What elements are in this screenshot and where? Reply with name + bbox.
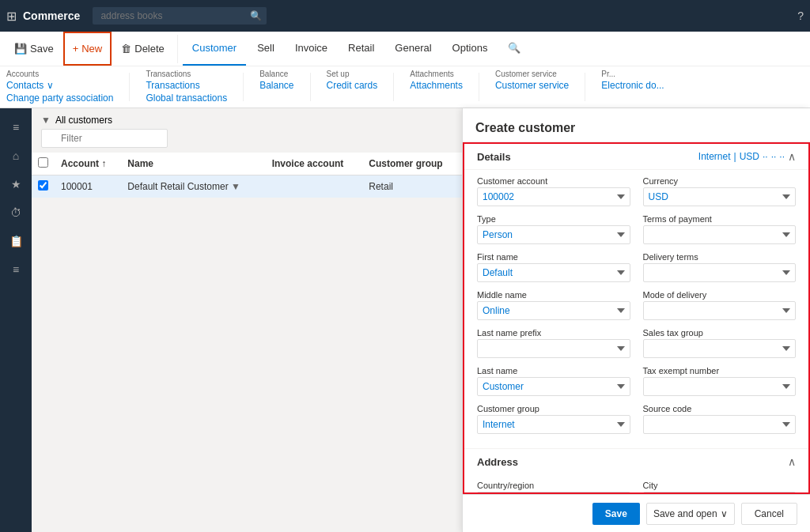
save-tab-button[interactable]: 💾 Save <box>6 32 62 66</box>
setup-group-label: Set up <box>327 70 350 78</box>
mode-delivery-label: Mode of delivery <box>643 290 797 300</box>
form-row-2: Type Person Terms of payment <box>477 214 796 244</box>
currency-field: Currency USD <box>643 176 797 206</box>
attachments-group-label: Attachments <box>410 70 454 78</box>
ribbon-group-transactions: Transactions Transactions Global transac… <box>146 70 227 104</box>
cancel-button[interactable]: Cancel <box>741 503 797 525</box>
help-icon[interactable]: ? <box>797 9 804 22</box>
type-select[interactable]: Person <box>477 225 630 244</box>
currency-select[interactable]: USD <box>643 187 797 206</box>
filter-input[interactable] <box>41 129 168 148</box>
list-title: All customers <box>55 115 112 126</box>
save-label: Save <box>30 43 54 55</box>
nav-hamburger-icon[interactable]: ≡ <box>3 115 28 140</box>
credit-cards-link[interactable]: Credit cards <box>327 80 378 91</box>
col-invoice-account[interactable]: Invoice account <box>266 153 363 175</box>
save-button[interactable]: Save <box>592 503 640 525</box>
global-transactions-link[interactable]: Global transactions <box>146 92 227 104</box>
meta-dots1: ·· <box>771 151 777 162</box>
currency-label: Currency <box>643 176 797 186</box>
tab-retail-label: Retail <box>348 42 374 54</box>
form-row-3: First name Default Delivery terms <box>477 252 796 282</box>
customer-account-field: Customer account 100002 <box>477 176 630 206</box>
col-customer-group[interactable]: Customer group <box>362 153 462 175</box>
balance-group-label: Balance <box>259 70 288 78</box>
middle-name-select[interactable]: Online <box>477 301 630 320</box>
transactions-link[interactable]: Transactions <box>146 80 227 91</box>
table-row[interactable]: 100001 Default Retail Customer ▼ Retail <box>32 175 462 198</box>
filter-wrapper: 🔍 <box>41 129 168 148</box>
terms-payment-select[interactable] <box>643 225 797 244</box>
tab-options[interactable]: Options <box>443 32 498 66</box>
ribbon-group-balance: Balance Balance <box>259 70 293 91</box>
tab-invoice-label: Invoice <box>295 42 327 54</box>
sales-tax-group-field: Sales tax group <box>643 328 797 358</box>
meta-sep1: | <box>734 151 736 162</box>
sales-tax-group-select[interactable] <box>643 339 797 358</box>
meta-internet: Internet <box>698 151 731 162</box>
delivery-terms-select[interactable] <box>643 263 797 282</box>
customer-account-select[interactable]: 100002 <box>477 187 630 206</box>
first-name-label: First name <box>477 252 630 262</box>
tab-sell[interactable]: Sell <box>248 32 284 66</box>
last-name-prefix-select[interactable] <box>477 339 630 358</box>
details-form: Customer account 100002 Currency USD <box>464 170 808 448</box>
tax-exempt-select[interactable] <box>643 377 797 396</box>
attachments-link[interactable]: Attachments <box>410 80 463 91</box>
city-field: City <box>643 481 797 494</box>
nav-recent-icon[interactable]: ⏱ <box>3 200 28 225</box>
last-name-select[interactable]: Customer <box>477 377 630 396</box>
delete-label: Delete <box>134 43 165 55</box>
last-name-prefix-label: Last name prefix <box>477 328 630 338</box>
new-plus-icon: + <box>73 43 79 55</box>
tab-invoice[interactable]: Invoice <box>286 32 337 66</box>
ribbon: 💾 Save + New 🗑 Delete Customer Sell Invo… <box>0 32 810 108</box>
nav-workspace-icon[interactable]: 📋 <box>3 228 28 254</box>
first-name-select[interactable]: Default <box>477 263 630 282</box>
sep2 <box>129 73 130 101</box>
address-section-header: Address ∧ <box>464 448 808 474</box>
customer-service-link[interactable]: Customer service <box>495 80 569 91</box>
row-checkbox[interactable] <box>38 180 48 191</box>
table-header-row: Account ↑ Name Invoice account Customer … <box>32 153 462 175</box>
grid-icon[interactable]: ⊞ <box>6 9 17 24</box>
row-name-cell: Default Retail Customer ▼ <box>121 175 265 198</box>
search-wrapper: 🔍 <box>93 7 267 25</box>
tab-general[interactable]: General <box>385 32 441 66</box>
new-tab-button[interactable]: + New <box>63 32 112 66</box>
tab-retail[interactable]: Retail <box>339 32 384 66</box>
mode-delivery-select[interactable] <box>643 301 797 320</box>
panel-footer: Save Save and open ∨ Cancel <box>463 494 810 532</box>
delete-tab-button[interactable]: 🗑 Delete <box>113 32 172 66</box>
save-and-open-button[interactable]: Save and open ∨ <box>646 503 735 525</box>
save-icon: 💾 <box>14 43 27 55</box>
electronic-doc-link[interactable]: Electronic do... <box>601 80 664 91</box>
customer-group-label: Customer group <box>477 404 630 413</box>
source-code-select[interactable] <box>643 415 797 434</box>
ribbon-group-setup: Set up Credit cards <box>327 70 378 91</box>
tab-search[interactable]: 🔍 <box>498 32 530 66</box>
col-account[interactable]: Account ↑ <box>55 153 121 175</box>
nav-home-icon[interactable]: ⌂ <box>3 143 28 168</box>
tab-general-label: General <box>395 42 431 54</box>
app-search-input[interactable] <box>93 7 267 25</box>
sep3 <box>243 73 244 101</box>
select-all-checkbox[interactable] <box>38 157 48 168</box>
col-name[interactable]: Name <box>121 153 265 175</box>
tab-customer[interactable]: Customer <box>183 32 246 66</box>
section-collapse-icon[interactable]: ∧ <box>788 150 796 163</box>
change-party-link[interactable]: Change party association <box>6 92 113 104</box>
middle-name-field: Middle name Online <box>477 290 630 320</box>
customer-group-select[interactable]: Internet <box>477 415 630 434</box>
expand-icon[interactable]: ▼ <box>231 181 240 192</box>
nav-star-icon[interactable]: ★ <box>3 172 28 197</box>
save-and-open-label: Save and open <box>653 508 717 519</box>
ribbon-group-accounts: Accounts Contacts ∨ Change party associa… <box>6 70 113 104</box>
form-row-7: Customer group Internet Source code <box>477 404 796 434</box>
balance-link[interactable]: Balance <box>259 80 293 91</box>
nav-modules-icon[interactable]: ≡ <box>3 257 28 282</box>
contacts-link[interactable]: Contacts ∨ <box>6 80 113 91</box>
address-collapse-icon[interactable]: ∧ <box>788 455 796 468</box>
ribbon-actions-row: Accounts Contacts ∨ Change party associa… <box>0 66 810 108</box>
country-label: Country/region <box>477 481 630 490</box>
